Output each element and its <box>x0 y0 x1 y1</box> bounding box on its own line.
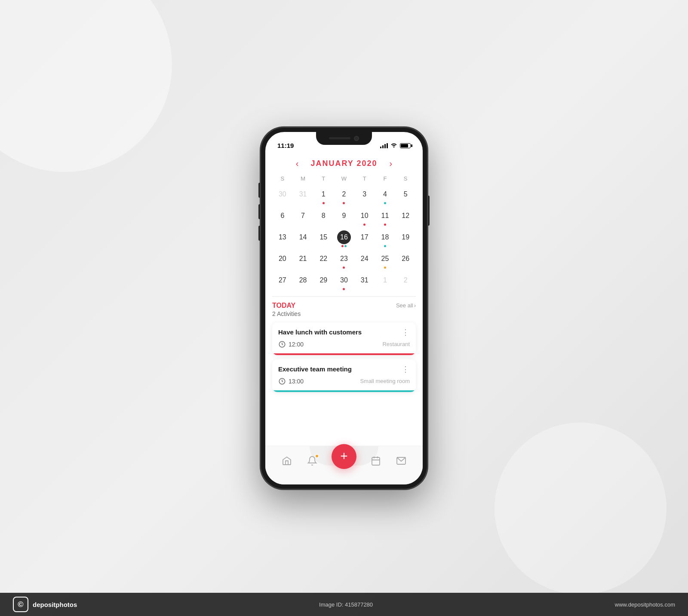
depositphotos-icon: © <box>13 597 28 612</box>
calendar-day-14[interactable]: 14 <box>293 228 313 250</box>
calendar-day-2[interactable]: 2 <box>334 185 354 207</box>
speaker <box>329 137 350 139</box>
calendar-day-24[interactable]: 24 <box>354 250 375 271</box>
calendar-day-1[interactable]: 1 <box>313 185 334 207</box>
nav-home[interactable] <box>281 455 293 467</box>
calendar-day-10[interactable]: 10 <box>354 207 375 228</box>
nav-notifications[interactable] <box>306 455 318 467</box>
calendar-day-30[interactable]: 30 <box>272 185 293 207</box>
calendar-day-29[interactable]: 29 <box>313 271 334 293</box>
calendar-day-26[interactable]: 26 <box>395 250 416 271</box>
activities-count: 2 Activities <box>272 310 416 317</box>
calendar-day-1[interactable]: 1 <box>375 271 396 293</box>
phone-frame: 11:19 <box>260 127 428 490</box>
calendar-icon <box>370 455 382 467</box>
calendar-day-19[interactable]: 19 <box>395 228 416 250</box>
calendar-day-11[interactable]: 11 <box>375 207 396 228</box>
activity-title-1: Have lunch with customers <box>278 328 362 336</box>
calendar-day-18[interactable]: 18 <box>375 228 396 250</box>
calendar-day-9[interactable]: 9 <box>334 207 354 228</box>
status-icons <box>380 142 411 149</box>
today-header: TODAY See all › <box>272 302 416 310</box>
day-header-wed: W <box>334 174 354 184</box>
today-section: TODAY See all › 2 Activities Have lunch … <box>265 297 423 446</box>
svg-rect-2 <box>372 457 380 465</box>
calendar-day-6[interactable]: 6 <box>272 207 293 228</box>
calendar-day-20[interactable]: 20 <box>272 250 293 271</box>
signal-icon <box>380 143 388 148</box>
calendar-day-17[interactable]: 17 <box>354 228 375 250</box>
day-headers: S M T W T F S <box>265 172 423 185</box>
activity-bar-2 <box>272 390 416 392</box>
calendar-day-31[interactable]: 31 <box>293 185 313 207</box>
activity-title-2: Executive team meeting <box>278 365 352 373</box>
watermark-logo: © depositphotos <box>13 597 77 612</box>
calendar-day-31[interactable]: 31 <box>354 271 375 293</box>
calendar-day-16[interactable]: 16 <box>334 228 354 250</box>
activity-bar-1 <box>272 353 416 355</box>
day-header-sat: S <box>395 174 416 184</box>
prev-month-button[interactable]: ‹ <box>292 157 302 170</box>
day-header-sun: S <box>272 174 293 184</box>
app-content: ‹ JANUARY 2020 › S M T W T F S 303112345… <box>265 153 423 484</box>
activity-menu-2[interactable]: ⋮ <box>402 365 410 374</box>
calendar-day-21[interactable]: 21 <box>293 250 313 271</box>
next-month-button[interactable]: › <box>386 157 396 170</box>
calendar-day-2[interactable]: 2 <box>395 271 416 293</box>
calendar-day-4[interactable]: 4 <box>375 185 396 207</box>
watermark-url: www.depositphotos.com <box>615 601 675 608</box>
calendar-day-7[interactable]: 7 <box>293 207 313 228</box>
calendar-day-28[interactable]: 28 <box>293 271 313 293</box>
calendar-day-3[interactable]: 3 <box>354 185 375 207</box>
calendar-day-30[interactable]: 30 <box>334 271 354 293</box>
activity-time-1: 12:00 <box>278 340 304 348</box>
home-icon <box>281 455 293 467</box>
see-all-button[interactable]: See all › <box>396 302 416 309</box>
calendar-grid: 3031123456789101112131415161718192021222… <box>265 185 423 296</box>
calendar-day-8[interactable]: 8 <box>313 207 334 228</box>
phone-screen: 11:19 <box>265 132 423 484</box>
camera <box>354 136 359 141</box>
add-icon: + <box>340 450 348 463</box>
activity-location-2: Small meeting room <box>360 378 410 384</box>
calendar-day-23[interactable]: 23 <box>334 250 354 271</box>
calendar-day-5[interactable]: 5 <box>395 185 416 207</box>
status-time: 11:19 <box>277 142 294 149</box>
month-title: JANUARY 2020 <box>310 159 377 168</box>
activity-menu-1[interactable]: ⋮ <box>402 328 410 337</box>
mail-icon <box>395 455 407 467</box>
battery-icon <box>400 143 411 148</box>
activity-card-2[interactable]: Executive team meeting ⋮ 13:00 Small mee… <box>272 359 416 392</box>
calendar-day-13[interactable]: 13 <box>272 228 293 250</box>
watermark-brand: depositphotos <box>33 601 77 608</box>
activity-location-1: Restaurant <box>382 341 410 347</box>
calendar-day-15[interactable]: 15 <box>313 228 334 250</box>
today-label: TODAY <box>272 302 295 310</box>
day-header-mon: M <box>293 174 313 184</box>
calendar-day-12[interactable]: 12 <box>395 207 416 228</box>
calendar-header: ‹ JANUARY 2020 › <box>265 153 423 172</box>
calendar-day-22[interactable]: 22 <box>313 250 334 271</box>
nav-calendar[interactable] <box>370 455 382 467</box>
notch <box>316 132 372 145</box>
watermark-bar: © depositphotos Image ID: 415877280 www.… <box>0 593 688 616</box>
day-header-fri: F <box>375 174 396 184</box>
activity-card-1[interactable]: Have lunch with customers ⋮ 12:00 Restau… <box>272 322 416 355</box>
day-header-thu: T <box>354 174 375 184</box>
calendar-day-25[interactable]: 25 <box>375 250 396 271</box>
notification-dot <box>315 454 319 458</box>
day-header-tue: T <box>313 174 334 184</box>
activity-time-2: 13:00 <box>278 377 304 385</box>
nav-mail[interactable] <box>395 455 407 467</box>
watermark-image-id: Image ID: 415877280 <box>319 601 373 608</box>
wifi-icon <box>390 142 397 149</box>
bottom-nav: + <box>265 446 423 484</box>
add-button[interactable]: + <box>332 444 356 469</box>
calendar-day-27[interactable]: 27 <box>272 271 293 293</box>
